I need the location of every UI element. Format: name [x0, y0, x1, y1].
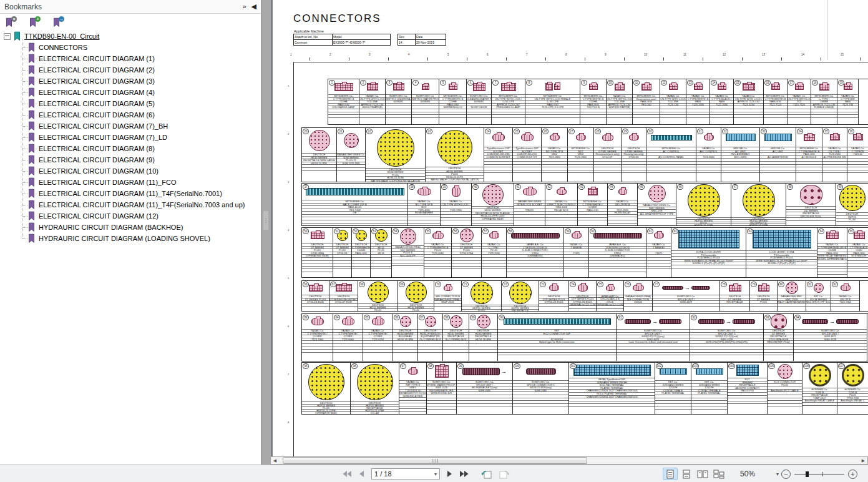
bookmark-item-electrical-circuit-diagram-11-fco[interactable]: ELECTRICAL CIRCUIT DIAGRAM (11)_FCO [27, 177, 176, 188]
connector-cell: 26YAZAKI Co.ND-TYPE 2P B58D27122-2820 [542, 128, 568, 182]
zoom-in-button[interactable]: + [848, 470, 857, 479]
bookmark-item-electrical-circuit-diagram-1[interactable]: ELECTRICAL CIRCUIT DIAGRAM (1) [27, 53, 155, 64]
connector-oval-icon [654, 232, 664, 239]
connector-index-badge: 56 [452, 229, 459, 234]
next-page-button[interactable] [447, 470, 453, 478]
bookmark-item-hydrauric-circuit-diagram-backhoe[interactable]: HYDRAURIC CIRCUIT DIAGRAM (BACKHOE) [27, 222, 183, 233]
connector-spec-rule [622, 172, 646, 175]
connector-index-badge: 89 [470, 315, 476, 320]
connector-cell: 43MITSUBISHI Co.C-TYPE(WHITE) /COVERPA66… [578, 184, 608, 225]
connector-spec-rule [734, 117, 763, 120]
previous-page-button[interactable] [358, 470, 364, 478]
connector-spec-rule [655, 409, 691, 412]
horizontal-scrollbar[interactable]: ◀ ▶ [270, 456, 868, 465]
connector-index-badge: 55 [425, 229, 431, 234]
connector-tab [314, 283, 319, 286]
connector-tab [525, 132, 530, 135]
sheet-edge-line [827, 0, 827, 60]
page-dropdown-caret-icon[interactable]: ▾ [434, 471, 437, 477]
ruler-number: 10 [644, 53, 647, 56]
panel-options-icon[interactable]: » [242, 3, 246, 10]
previous-view-button[interactable] [481, 469, 492, 479]
two-page-scrolling-view-button[interactable] [711, 468, 726, 480]
splitter-grip[interactable]: ⋮ [263, 211, 268, 230]
connector-spec-rule [796, 172, 822, 175]
bookmark-item-electrical-circuit-diagram-9[interactable]: ELECTRICAL CIRCUIT DIAGRAM (9) [27, 154, 155, 165]
next-view-button[interactable] [499, 469, 510, 479]
bookmark-icon [27, 65, 36, 75]
connector-cell: 55YAZAKI Co.C TYPE(WHITE) BPLUG7123-6080 [424, 228, 452, 277]
connector-spec-line: (O) LAY [351, 411, 399, 414]
bookmark-tree: TTKDB90-EN-00_Circuit CONNECTORSELECTRIC… [0, 31, 261, 244]
left-ruler-number: 8 [288, 421, 289, 424]
connector-oval-icon [311, 318, 324, 325]
connector-cell: 30MITSUBISHI Co.AC CONTROLA/C CONTROL PA… [646, 128, 696, 182]
connector-cell: 52DEUTSCHC-TYPE(WHITE) /C04HBPA66-G30 [352, 228, 371, 277]
connector-icon-zone: → [617, 314, 690, 329]
collapse-panel-icon[interactable]: ◀ [251, 3, 256, 10]
last-page-button[interactable] [459, 470, 469, 478]
ruler-number: 14 [801, 53, 804, 56]
bookmark-item-electrical-circuit-diagram-11-t4f-serialno-7001[interactable]: ELECTRICAL CIRCUIT DIAGRAM (11)_T4F(Seri… [27, 188, 222, 199]
bookmark-item-electrical-circuit-diagram-10[interactable]: ELECTRICAL CIRCUIT DIAGRAM (10) [27, 165, 158, 177]
zoom-out-button[interactable]: − [781, 470, 791, 479]
new-bookmark-button[interactable]: + [29, 17, 39, 28]
bookmark-item-electrical-circuit-diagram-8[interactable]: ELECTRICAL CIRCUIT DIAGRAM (8) [27, 143, 155, 154]
scrollbar-track[interactable] [279, 457, 859, 464]
connector-index-badge: 104 [728, 363, 735, 369]
connector-spec-rule [441, 220, 471, 223]
connector-dbar-icon [691, 286, 710, 290]
connector-tab [621, 187, 626, 190]
bookmark-item-electrical-circuit-diagram-5[interactable]: ELECTRICAL CIRCUIT DIAGRAM (5) [27, 98, 155, 109]
bookmark-item-electrical-circuit-diagram-12[interactable]: ELECTRICAL CIRCUIT DIAGRAM (12) [27, 210, 158, 222]
info-table-value: Common [294, 40, 333, 45]
delete-bookmark-button[interactable]: × [5, 17, 15, 28]
connector-rect-icon [718, 84, 726, 90]
bookmark-item-electrical-circuit-diagram-3[interactable]: ELECTRICAL CIRCUIT DIAGRAM (3) [27, 76, 155, 87]
first-page-button[interactable] [342, 470, 352, 478]
connector-index-badge: 31 [697, 129, 703, 134]
bookmark-item-electrical-circuit-diagram-7-bh[interactable]: ELECTRICAL CIRCUIT DIAGRAM (7)_BH [27, 120, 168, 132]
zoom-dropdown-caret-icon[interactable]: ▾ [776, 471, 779, 477]
tree-guide-line [22, 39, 22, 239]
connector-cell: 25TypeElectronics 16PSOCKET2-0B19H-B(L2)… [513, 128, 542, 182]
connector-spec-rule [794, 352, 867, 355]
two-page-view-button[interactable] [695, 468, 710, 480]
scroll-right-arrow[interactable]: ▶ [859, 457, 867, 464]
bookmark-item-connectors[interactable]: CONNECTORS [27, 42, 87, 53]
bookmark-item-electrical-circuit-diagram-4[interactable]: ELECTRICAL CIRCUIT DIAGRAM (4) [27, 87, 155, 98]
connector-cell: 37MITSUBISHI Co.BACK COVER 31P BPA66 40-… [302, 184, 408, 225]
single-page-view-button[interactable] [663, 468, 678, 480]
connector-cell: 89DEUTSCHHD30 SERIESRECEPTACLEHD34-18-8P… [469, 314, 498, 361]
connector-index-badge: 21 [338, 129, 344, 134]
connector-spec-rule [578, 220, 607, 223]
bookmark-item-electrical-circuit-diagram-7-ld[interactable]: ELECTRICAL CIRCUIT DIAGRAM (7)_LD [27, 132, 167, 143]
bookmark-item-electrical-circuit-diagram-2[interactable]: ELECTRICAL CIRCUIT DIAGRAM (2) [27, 64, 155, 76]
collapse-node-icon[interactable] [4, 33, 11, 40]
zoom-slider[interactable] [794, 474, 844, 475]
connector-index-badge: 48 [787, 184, 793, 190]
page-number-input[interactable]: 1 / 18 ▾ [371, 468, 440, 480]
connector-circle-icon [648, 185, 666, 202]
goto-bookmark-button[interactable]: → [52, 17, 62, 28]
ruler-tick [585, 57, 585, 61]
bookmark-item-electrical-circuit-diagram-11-t4f-serialno-7003-and-up[interactable]: ELECTRICAL CIRCUIT DIAGRAM (11)_T4F(Seri… [27, 199, 245, 210]
bookmark-item-hydrauric-circuit-diagram-loading-shovel[interactable]: HYDRAURIC CIRCUIT DIAGRAM (LOADING SHOVE… [27, 233, 210, 244]
connector-spec-rule [498, 355, 616, 358]
connector-spec-rule [329, 306, 358, 309]
bookmark-root[interactable]: TTKDB90-EN-00_Circuit [4, 31, 99, 42]
bookmark-root-label[interactable]: TTKDB90-EN-00_Circuit [24, 32, 99, 40]
splice-arrow-icon: → [501, 369, 507, 375]
connector-index-badge: 39 [441, 184, 447, 190]
bookmark-item-electrical-circuit-diagram-6[interactable]: ELECTRICAL CIRCUIT DIAGRAM (6) [27, 109, 155, 120]
scrollbar-thumb[interactable] [283, 457, 587, 464]
connector-index-badge: 4 [412, 80, 419, 86]
connector-index-badge: 46 [677, 184, 683, 190]
scroll-left-arrow[interactable]: ◀ [271, 457, 279, 464]
connector-spec-line: SA9/S0 MADE COUPLING INSTALLATION [426, 178, 484, 181]
scrolling-view-button[interactable] [679, 468, 694, 480]
bookmark-icon [27, 121, 36, 131]
panel-splitter[interactable]: ⋮ [261, 0, 271, 465]
connector-row-5: 66DEUTSCHDT SERIES PLUGDT06-4S-E00867DEU… [301, 280, 868, 312]
zoom-slider-thumb[interactable] [806, 471, 809, 477]
